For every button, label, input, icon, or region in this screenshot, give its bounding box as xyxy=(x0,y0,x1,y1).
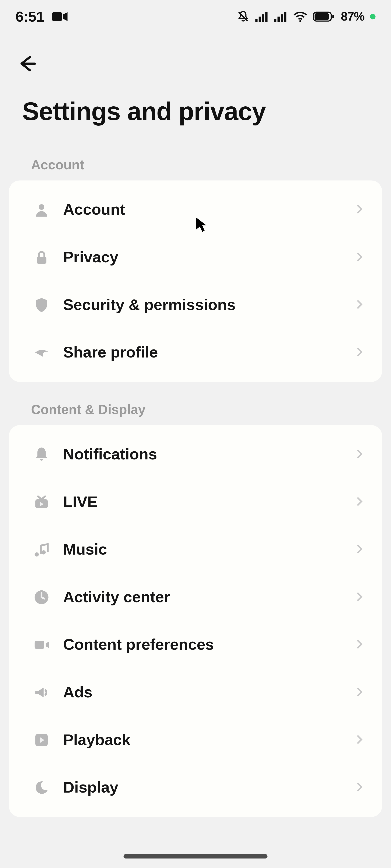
play-icon xyxy=(32,731,51,749)
svg-rect-15 xyxy=(37,257,47,264)
row-label: Security & permissions xyxy=(63,296,342,314)
megaphone-icon xyxy=(32,683,51,702)
svg-rect-3 xyxy=(259,17,261,22)
row-label: Music xyxy=(63,541,342,559)
section-card-account: Account Privacy Security & permissions S… xyxy=(9,181,382,382)
shield-icon xyxy=(32,296,51,314)
lock-icon xyxy=(32,248,51,267)
svg-rect-6 xyxy=(274,19,276,22)
signal-2-icon xyxy=(274,11,288,22)
bell-icon xyxy=(32,445,51,464)
chevron-right-icon xyxy=(355,639,366,650)
chevron-right-icon xyxy=(355,544,366,555)
wifi-icon xyxy=(293,11,308,22)
chevron-right-icon xyxy=(355,687,366,698)
chevron-right-icon xyxy=(355,204,366,215)
row-music[interactable]: Music xyxy=(9,526,382,574)
svg-point-14 xyxy=(39,204,44,210)
chevron-right-icon xyxy=(355,735,366,745)
clock-icon xyxy=(32,588,51,607)
row-label: Playback xyxy=(63,731,342,749)
svg-rect-13 xyxy=(332,15,334,19)
row-playback[interactable]: Playback xyxy=(9,716,382,764)
live-icon xyxy=(32,493,51,512)
chevron-right-icon xyxy=(355,497,366,507)
svg-rect-7 xyxy=(278,17,280,22)
svg-rect-2 xyxy=(255,19,258,22)
recording-icon xyxy=(52,11,68,22)
svg-rect-8 xyxy=(281,14,283,22)
camera-active-dot-icon xyxy=(370,14,375,19)
home-indicator[interactable] xyxy=(123,854,267,859)
row-activity-center[interactable]: Activity center xyxy=(9,574,382,621)
chevron-right-icon xyxy=(355,347,366,358)
row-privacy[interactable]: Privacy xyxy=(9,234,382,281)
section-header-content-display: Content & Display xyxy=(0,382,391,425)
svg-rect-0 xyxy=(52,12,62,21)
row-ads[interactable]: Ads xyxy=(9,669,382,716)
row-label: Display xyxy=(63,779,342,797)
row-security[interactable]: Security & permissions xyxy=(9,281,382,329)
status-time: 6:51 xyxy=(16,8,44,25)
chevron-right-icon xyxy=(355,449,366,460)
svg-rect-5 xyxy=(266,12,268,22)
row-content-preferences[interactable]: Content preferences xyxy=(9,621,382,669)
moon-icon xyxy=(32,778,51,797)
page-title: Settings and privacy xyxy=(0,83,391,137)
row-label: Ads xyxy=(63,684,342,702)
chevron-right-icon xyxy=(355,592,366,603)
mute-icon xyxy=(237,10,250,23)
section-card-content-display: Notifications LIVE Music Activity center xyxy=(9,425,382,817)
row-account[interactable]: Account xyxy=(9,186,382,234)
status-bar: 6:51 xyxy=(0,0,391,33)
svg-point-10 xyxy=(300,20,301,22)
chevron-right-icon xyxy=(355,300,366,310)
row-label: Share profile xyxy=(63,344,342,362)
row-label: LIVE xyxy=(63,493,342,511)
row-live[interactable]: LIVE xyxy=(9,478,382,526)
section-header-account: Account xyxy=(0,137,391,181)
row-share-profile[interactable]: Share profile xyxy=(9,329,382,377)
row-label: Activity center xyxy=(63,588,342,606)
row-label: Privacy xyxy=(63,249,342,267)
svg-rect-9 xyxy=(284,12,287,22)
video-icon xyxy=(32,636,51,654)
battery-percent: 87% xyxy=(341,9,364,24)
row-label: Account xyxy=(63,201,342,219)
row-display[interactable]: Display xyxy=(9,764,382,812)
row-notifications[interactable]: Notifications xyxy=(9,431,382,478)
chevron-right-icon xyxy=(355,782,366,793)
music-icon xyxy=(32,540,51,559)
svg-rect-4 xyxy=(262,14,264,22)
svg-rect-18 xyxy=(35,641,44,649)
svg-rect-12 xyxy=(315,13,329,20)
back-button[interactable] xyxy=(8,44,47,83)
row-label: Notifications xyxy=(63,446,342,463)
battery-icon xyxy=(313,11,335,22)
share-icon xyxy=(32,343,51,362)
person-icon xyxy=(32,200,51,219)
chevron-right-icon xyxy=(355,252,366,263)
signal-1-icon xyxy=(255,11,269,22)
row-label: Content preferences xyxy=(63,636,342,654)
